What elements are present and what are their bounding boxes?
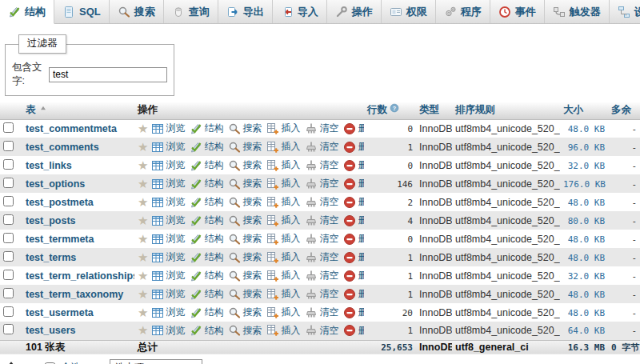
action-drop[interactable]: 删除	[343, 306, 364, 319]
action-drop[interactable]: 删除	[343, 158, 364, 172]
table-name-link[interactable]: test_users	[26, 325, 76, 336]
action-search[interactable]: 搜索	[228, 214, 262, 227]
action-drop[interactable]: 删除	[343, 140, 364, 154]
help-icon[interactable]: ?	[390, 103, 399, 113]
favorite-star-icon[interactable]: ★	[138, 233, 148, 246]
action-empty[interactable]: 清空	[305, 269, 338, 282]
action-empty[interactable]: 清空	[305, 158, 338, 172]
action-search[interactable]: 搜索	[228, 122, 262, 135]
row-checkbox[interactable]	[3, 306, 14, 317]
tab-events[interactable]: 事件	[490, 0, 545, 23]
table-name-link[interactable]: test_termmeta	[26, 234, 94, 245]
action-insert[interactable]: 插入	[266, 140, 300, 154]
favorite-star-icon[interactable]: ★	[138, 178, 148, 190]
row-checkbox[interactable]	[3, 270, 14, 280]
row-checkbox[interactable]	[3, 196, 14, 206]
row-checkbox[interactable]	[3, 122, 14, 133]
tab-sql[interactable]: SQL	[54, 0, 110, 23]
favorite-star-icon[interactable]: ★	[138, 122, 148, 135]
action-browse[interactable]: 浏览	[151, 158, 185, 172]
table-name-link[interactable]: test_term_relationships	[26, 270, 134, 282]
favorite-star-icon[interactable]: ★	[138, 214, 148, 227]
action-browse[interactable]: 浏览	[151, 232, 185, 246]
action-browse[interactable]: 浏览	[151, 195, 185, 209]
row-checkbox[interactable]	[3, 233, 14, 243]
action-search[interactable]: 搜索	[228, 324, 262, 338]
header-size[interactable]: 大小	[560, 102, 608, 119]
action-insert[interactable]: 插入	[266, 214, 300, 227]
action-empty[interactable]: 清空	[305, 324, 338, 338]
action-empty[interactable]: 清空	[305, 122, 338, 135]
action-browse[interactable]: 浏览	[151, 269, 185, 282]
favorite-star-icon[interactable]: ★	[138, 196, 148, 209]
action-empty[interactable]: 清空	[305, 287, 338, 301]
header-rows[interactable]: 行数 ?	[364, 102, 416, 119]
filter-input[interactable]	[49, 67, 167, 82]
tab-operations[interactable]: 操作	[327, 0, 382, 23]
action-insert[interactable]: 插入	[266, 158, 300, 172]
action-empty[interactable]: 清空	[305, 195, 338, 209]
action-search[interactable]: 搜索	[228, 158, 262, 172]
tab-routines[interactable]: 程序	[436, 0, 490, 23]
tab-query[interactable]: 查询	[164, 0, 218, 23]
table-name-link[interactable]: test_terms	[26, 252, 76, 263]
action-insert[interactable]: 插入	[266, 122, 300, 135]
action-structure[interactable]: 结构	[190, 232, 223, 246]
action-search[interactable]: 搜索	[228, 195, 262, 209]
header-type[interactable]: 类型	[416, 102, 452, 119]
action-browse[interactable]: 浏览	[151, 250, 185, 264]
action-drop[interactable]: 删除	[343, 287, 364, 301]
action-structure[interactable]: 结构	[190, 287, 223, 301]
table-name-link[interactable]: test_links	[26, 160, 72, 171]
row-checkbox[interactable]	[3, 214, 14, 225]
action-structure[interactable]: 结构	[190, 250, 223, 264]
action-drop[interactable]: 删除	[343, 195, 364, 209]
action-drop[interactable]: 删除	[343, 177, 364, 190]
action-browse[interactable]: 浏览	[151, 324, 185, 338]
action-browse[interactable]: 浏览	[151, 177, 185, 190]
action-search[interactable]: 搜索	[228, 232, 262, 246]
favorite-star-icon[interactable]: ★	[138, 141, 148, 154]
row-checkbox[interactable]	[3, 324, 14, 334]
table-name-link[interactable]: test_commentmeta	[26, 123, 117, 134]
table-name-link[interactable]: test_usermeta	[26, 307, 94, 318]
table-name-link[interactable]: test_postmeta	[26, 197, 94, 208]
table-name-link[interactable]: test_options	[26, 178, 85, 190]
tab-export[interactable]: 导出	[218, 0, 273, 23]
action-insert[interactable]: 插入	[266, 306, 300, 319]
tab-import[interactable]: 导入	[273, 0, 327, 23]
tab-structure[interactable]: 结构	[0, 0, 54, 24]
action-structure[interactable]: 结构	[190, 324, 223, 338]
action-search[interactable]: 搜索	[228, 177, 262, 190]
row-checkbox[interactable]	[3, 288, 14, 298]
favorite-star-icon[interactable]: ★	[138, 288, 148, 301]
table-name-link[interactable]: test_comments	[26, 142, 99, 153]
favorite-star-icon[interactable]: ★	[138, 306, 148, 319]
action-empty[interactable]: 清空	[305, 140, 338, 154]
action-drop[interactable]: 删除	[343, 232, 364, 246]
action-search[interactable]: 搜索	[228, 306, 262, 319]
header-collation[interactable]: 排序规则	[452, 102, 560, 119]
check-all-label[interactable]: 全选	[61, 361, 81, 364]
action-empty[interactable]: 清空	[305, 177, 338, 190]
action-insert[interactable]: 插入	[266, 269, 300, 282]
action-structure[interactable]: 结构	[190, 195, 223, 209]
action-browse[interactable]: 浏览	[151, 287, 185, 301]
favorite-star-icon[interactable]: ★	[138, 251, 148, 264]
action-search[interactable]: 搜索	[228, 250, 262, 264]
action-drop[interactable]: 删除	[343, 122, 364, 135]
favorite-star-icon[interactable]: ★	[138, 270, 148, 282]
table-name-link[interactable]: test_term_taxonomy	[26, 289, 123, 300]
action-drop[interactable]: 删除	[343, 214, 364, 227]
row-checkbox[interactable]	[3, 251, 14, 262]
action-browse[interactable]: 浏览	[151, 214, 185, 227]
action-insert[interactable]: 插入	[266, 250, 300, 264]
action-empty[interactable]: 清空	[305, 250, 338, 264]
action-insert[interactable]: 插入	[266, 177, 300, 190]
action-structure[interactable]: 结构	[190, 306, 223, 319]
action-structure[interactable]: 结构	[190, 177, 223, 190]
action-drop[interactable]: 删除	[343, 250, 364, 264]
action-structure[interactable]: 结构	[190, 269, 223, 282]
action-search[interactable]: 搜索	[228, 269, 262, 282]
with-selected-select[interactable]: 选中项:	[110, 359, 202, 364]
